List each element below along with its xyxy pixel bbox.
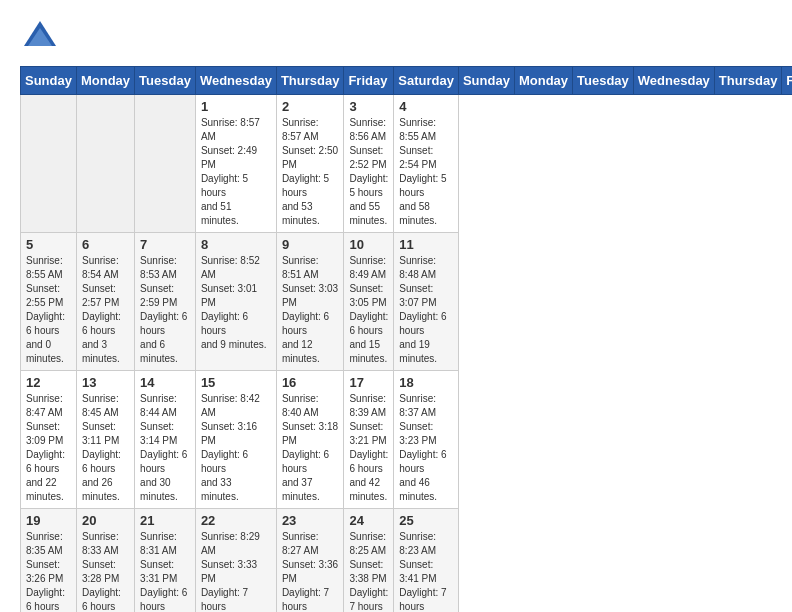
day-info: Sunrise: 8:23 AM Sunset: 3:41 PM Dayligh… <box>399 530 453 612</box>
calendar-cell: 18Sunrise: 8:37 AM Sunset: 3:23 PM Dayli… <box>394 371 459 509</box>
calendar-cell: 7Sunrise: 8:53 AM Sunset: 2:59 PM Daylig… <box>135 233 196 371</box>
calendar-cell: 13Sunrise: 8:45 AM Sunset: 3:11 PM Dayli… <box>76 371 134 509</box>
calendar-cell: 21Sunrise: 8:31 AM Sunset: 3:31 PM Dayli… <box>135 509 196 613</box>
calendar-cell: 2Sunrise: 8:57 AM Sunset: 2:50 PM Daylig… <box>276 95 344 233</box>
day-number: 13 <box>82 375 129 390</box>
day-number: 14 <box>140 375 190 390</box>
calendar-cell: 19Sunrise: 8:35 AM Sunset: 3:26 PM Dayli… <box>21 509 77 613</box>
day-number: 18 <box>399 375 453 390</box>
calendar-week-row: 19Sunrise: 8:35 AM Sunset: 3:26 PM Dayli… <box>21 509 793 613</box>
weekday-header-thursday: Thursday <box>714 67 782 95</box>
day-number: 12 <box>26 375 71 390</box>
day-info: Sunrise: 8:57 AM Sunset: 2:49 PM Dayligh… <box>201 116 271 228</box>
day-info: Sunrise: 8:55 AM Sunset: 2:55 PM Dayligh… <box>26 254 71 366</box>
day-info: Sunrise: 8:33 AM Sunset: 3:28 PM Dayligh… <box>82 530 129 612</box>
day-number: 11 <box>399 237 453 252</box>
day-info: Sunrise: 8:40 AM Sunset: 3:18 PM Dayligh… <box>282 392 339 504</box>
calendar-cell: 24Sunrise: 8:25 AM Sunset: 3:38 PM Dayli… <box>344 509 394 613</box>
day-number: 19 <box>26 513 71 528</box>
header-monday: Monday <box>76 67 134 95</box>
page-header <box>20 16 772 56</box>
calendar-cell: 9Sunrise: 8:51 AM Sunset: 3:03 PM Daylig… <box>276 233 344 371</box>
calendar-cell: 14Sunrise: 8:44 AM Sunset: 3:14 PM Dayli… <box>135 371 196 509</box>
day-info: Sunrise: 8:37 AM Sunset: 3:23 PM Dayligh… <box>399 392 453 504</box>
day-number: 6 <box>82 237 129 252</box>
day-info: Sunrise: 8:52 AM Sunset: 3:01 PM Dayligh… <box>201 254 271 352</box>
day-info: Sunrise: 8:31 AM Sunset: 3:31 PM Dayligh… <box>140 530 190 612</box>
day-info: Sunrise: 8:48 AM Sunset: 3:07 PM Dayligh… <box>399 254 453 366</box>
calendar-cell <box>21 95 77 233</box>
weekday-header-tuesday: Tuesday <box>573 67 634 95</box>
calendar-week-row: 1Sunrise: 8:57 AM Sunset: 2:49 PM Daylig… <box>21 95 793 233</box>
logo-icon <box>20 16 60 56</box>
day-info: Sunrise: 8:25 AM Sunset: 3:38 PM Dayligh… <box>349 530 388 612</box>
day-number: 16 <box>282 375 339 390</box>
day-number: 4 <box>399 99 453 114</box>
calendar-cell: 17Sunrise: 8:39 AM Sunset: 3:21 PM Dayli… <box>344 371 394 509</box>
day-info: Sunrise: 8:49 AM Sunset: 3:05 PM Dayligh… <box>349 254 388 366</box>
calendar-week-row: 12Sunrise: 8:47 AM Sunset: 3:09 PM Dayli… <box>21 371 793 509</box>
day-info: Sunrise: 8:56 AM Sunset: 2:52 PM Dayligh… <box>349 116 388 228</box>
day-number: 10 <box>349 237 388 252</box>
day-number: 25 <box>399 513 453 528</box>
day-number: 2 <box>282 99 339 114</box>
weekday-header-friday: Friday <box>782 67 792 95</box>
day-info: Sunrise: 8:44 AM Sunset: 3:14 PM Dayligh… <box>140 392 190 504</box>
day-number: 15 <box>201 375 271 390</box>
day-info: Sunrise: 8:55 AM Sunset: 2:54 PM Dayligh… <box>399 116 453 228</box>
weekday-header-monday: Monday <box>514 67 572 95</box>
calendar-table: SundayMondayTuesdayWednesdayThursdayFrid… <box>20 66 792 612</box>
calendar-cell: 8Sunrise: 8:52 AM Sunset: 3:01 PM Daylig… <box>195 233 276 371</box>
calendar-cell: 16Sunrise: 8:40 AM Sunset: 3:18 PM Dayli… <box>276 371 344 509</box>
calendar-cell: 10Sunrise: 8:49 AM Sunset: 3:05 PM Dayli… <box>344 233 394 371</box>
day-number: 21 <box>140 513 190 528</box>
day-info: Sunrise: 8:39 AM Sunset: 3:21 PM Dayligh… <box>349 392 388 504</box>
weekday-header-sunday: Sunday <box>458 67 514 95</box>
calendar-cell: 25Sunrise: 8:23 AM Sunset: 3:41 PM Dayli… <box>394 509 459 613</box>
day-number: 8 <box>201 237 271 252</box>
calendar-cell: 22Sunrise: 8:29 AM Sunset: 3:33 PM Dayli… <box>195 509 276 613</box>
day-number: 5 <box>26 237 71 252</box>
header-saturday: Saturday <box>394 67 459 95</box>
calendar-cell <box>135 95 196 233</box>
header-wednesday: Wednesday <box>195 67 276 95</box>
day-info: Sunrise: 8:57 AM Sunset: 2:50 PM Dayligh… <box>282 116 339 228</box>
day-number: 17 <box>349 375 388 390</box>
calendar-cell: 1Sunrise: 8:57 AM Sunset: 2:49 PM Daylig… <box>195 95 276 233</box>
day-info: Sunrise: 8:54 AM Sunset: 2:57 PM Dayligh… <box>82 254 129 366</box>
day-number: 9 <box>282 237 339 252</box>
day-info: Sunrise: 8:42 AM Sunset: 3:16 PM Dayligh… <box>201 392 271 504</box>
day-info: Sunrise: 8:29 AM Sunset: 3:33 PM Dayligh… <box>201 530 271 612</box>
header-sunday: Sunday <box>21 67 77 95</box>
logo <box>20 16 66 56</box>
day-info: Sunrise: 8:35 AM Sunset: 3:26 PM Dayligh… <box>26 530 71 612</box>
day-number: 7 <box>140 237 190 252</box>
day-info: Sunrise: 8:53 AM Sunset: 2:59 PM Dayligh… <box>140 254 190 366</box>
calendar-cell: 6Sunrise: 8:54 AM Sunset: 2:57 PM Daylig… <box>76 233 134 371</box>
day-number: 22 <box>201 513 271 528</box>
weekday-header-wednesday: Wednesday <box>633 67 714 95</box>
calendar-cell: 11Sunrise: 8:48 AM Sunset: 3:07 PM Dayli… <box>394 233 459 371</box>
header-friday: Friday <box>344 67 394 95</box>
calendar-header-row: SundayMondayTuesdayWednesdayThursdayFrid… <box>21 67 793 95</box>
calendar-cell: 23Sunrise: 8:27 AM Sunset: 3:36 PM Dayli… <box>276 509 344 613</box>
calendar-cell: 4Sunrise: 8:55 AM Sunset: 2:54 PM Daylig… <box>394 95 459 233</box>
day-info: Sunrise: 8:27 AM Sunset: 3:36 PM Dayligh… <box>282 530 339 612</box>
day-number: 23 <box>282 513 339 528</box>
day-info: Sunrise: 8:51 AM Sunset: 3:03 PM Dayligh… <box>282 254 339 366</box>
calendar-cell: 20Sunrise: 8:33 AM Sunset: 3:28 PM Dayli… <box>76 509 134 613</box>
calendar-cell <box>76 95 134 233</box>
day-info: Sunrise: 8:45 AM Sunset: 3:11 PM Dayligh… <box>82 392 129 504</box>
day-number: 24 <box>349 513 388 528</box>
day-number: 3 <box>349 99 388 114</box>
calendar-cell: 5Sunrise: 8:55 AM Sunset: 2:55 PM Daylig… <box>21 233 77 371</box>
calendar-week-row: 5Sunrise: 8:55 AM Sunset: 2:55 PM Daylig… <box>21 233 793 371</box>
calendar-cell: 15Sunrise: 8:42 AM Sunset: 3:16 PM Dayli… <box>195 371 276 509</box>
header-thursday: Thursday <box>276 67 344 95</box>
header-tuesday: Tuesday <box>135 67 196 95</box>
calendar-cell: 12Sunrise: 8:47 AM Sunset: 3:09 PM Dayli… <box>21 371 77 509</box>
day-number: 20 <box>82 513 129 528</box>
day-number: 1 <box>201 99 271 114</box>
calendar-cell: 3Sunrise: 8:56 AM Sunset: 2:52 PM Daylig… <box>344 95 394 233</box>
day-info: Sunrise: 8:47 AM Sunset: 3:09 PM Dayligh… <box>26 392 71 504</box>
